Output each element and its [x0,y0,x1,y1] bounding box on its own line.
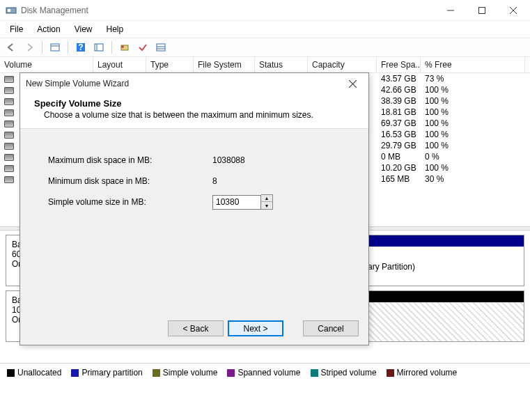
minimize-button[interactable] [435,1,466,20]
grid-header: Volume Layout Type File System Status Ca… [0,57,530,73]
legend-mirrored: Mirrored volume [387,368,458,378]
next-button[interactable]: Next > [228,320,283,336]
col-volume[interactable]: Volume [0,57,93,72]
list-icon[interactable] [153,40,169,55]
wizard-titlebar: New Simple Volume Wizard [20,73,368,94]
titlebar: Disk Management [0,0,530,21]
close-button[interactable] [497,1,529,20]
col-filesystem[interactable]: File System [194,57,255,72]
cell-free: 38.39 GB [377,96,421,106]
partition-body: ary Partition) [362,247,524,286]
swatch-mirrored [387,369,394,377]
show-hide-icon[interactable] [47,40,63,55]
swatch-primary [71,369,79,377]
legend-unallocated: Unallocated [7,368,61,378]
svg-point-13 [121,45,124,48]
disk-icon [4,76,14,83]
cell-free: 69.37 GB [377,118,421,128]
cell-free: 42.66 GB [377,85,421,95]
col-pctfree[interactable]: % Free [421,57,525,72]
cell-free: 0 MB [377,152,421,162]
min-space-value: 8 [212,176,217,186]
cell-pctfree: 100 % [421,96,525,106]
cell-free: 165 MB [377,174,421,184]
wizard-header: Specify Volume Size Choose a volume size… [20,94,368,129]
max-space-label: Maximum disk space in MB: [48,155,212,165]
cell-pctfree: 100 % [421,141,525,150]
cell-pctfree: 100 % [421,130,525,139]
wizard-subtext: Choose a volume size that is between the… [44,110,354,120]
help-icon[interactable]: ? [72,40,89,55]
menubar: File Action View Help [0,21,530,38]
disk-icon [4,87,14,94]
disk-icon [4,132,14,139]
col-status[interactable]: Status [255,57,308,72]
svg-rect-14 [157,44,165,51]
size-row: Simple volume size in MB: ▲ ▼ [48,192,341,212]
size-label: Simple volume size in MB: [48,197,212,207]
back-button[interactable]: < Back [168,320,224,336]
legend: Unallocated Primary partition Simple vol… [0,363,530,382]
partition[interactable]: ary Partition) [361,235,524,286]
swatch-striped [311,369,318,377]
settings-icon[interactable] [91,40,107,55]
maximize-button[interactable] [466,1,497,20]
wizard-title: New Simple Volume Wizard [26,79,342,88]
menu-file[interactable]: File [4,22,29,36]
cell-pctfree: 30 % [421,174,525,184]
disk-icon [4,154,14,161]
menu-view[interactable]: View [69,22,98,36]
max-space-value: 1038088 [212,155,245,165]
disk-icon [4,176,14,183]
min-space-label: Minimum disk space in MB: [48,176,212,186]
menu-action[interactable]: Action [31,22,65,36]
size-spinner: ▲ ▼ [212,194,273,210]
wizard-footer: < Back Next > Cancel [168,320,359,336]
wizard-headline: Specify Volume Size [34,98,354,109]
toolbar-separator [68,41,68,54]
swatch-simple [153,369,160,377]
partition-header [362,235,524,247]
disk-icon [4,98,14,105]
size-input[interactable] [212,195,261,210]
svg-rect-1 [8,9,10,12]
cell-pctfree: 100 % [421,163,525,173]
wizard-dialog: New Simple Volume Wizard Specify Volume … [20,72,369,345]
swatch-unallocated [7,369,15,377]
cell-pctfree: 100 % [421,118,525,128]
cell-pctfree: 100 % [421,85,525,95]
toolbar-separator [111,41,112,54]
refresh-icon[interactable] [116,40,133,55]
svg-rect-3 [478,7,485,13]
col-free[interactable]: Free Spa... [377,57,421,72]
check-icon[interactable] [134,40,151,55]
min-space-row: Minimum disk space in MB: 8 [48,171,341,192]
spinner-down-icon[interactable]: ▼ [261,202,272,209]
cell-free: 16.53 GB [377,130,421,139]
legend-primary: Primary partition [71,368,142,378]
menu-help[interactable]: Help [101,22,130,36]
forward-icon[interactable] [21,40,38,55]
cell-free: 43.57 GB [377,74,421,84]
window-title: Disk Management [21,6,435,15]
legend-striped: Striped volume [311,368,377,378]
legend-spanned: Spanned volume [227,368,300,378]
cell-pctfree: 0 % [421,152,525,162]
svg-rect-6 [51,44,59,51]
max-space-row: Maximum disk space in MB: 1038088 [48,150,341,171]
cell-free: 10.20 GB [377,163,421,173]
swatch-spanned [227,369,235,377]
disk-icon [4,165,14,172]
col-capacity[interactable]: Capacity [308,57,377,72]
col-type[interactable]: Type [146,57,194,72]
wizard-body: Maximum disk space in MB: 1038088 Minimu… [20,129,368,233]
toolbar: ? [0,38,530,57]
legend-simple: Simple volume [153,368,218,378]
back-icon[interactable] [3,40,20,55]
svg-rect-10 [95,44,103,51]
disk-icon [4,143,14,150]
cancel-button[interactable]: Cancel [303,320,359,336]
spinner-up-icon[interactable]: ▲ [261,195,272,202]
col-layout[interactable]: Layout [93,57,146,72]
wizard-close-button[interactable] [342,75,363,92]
